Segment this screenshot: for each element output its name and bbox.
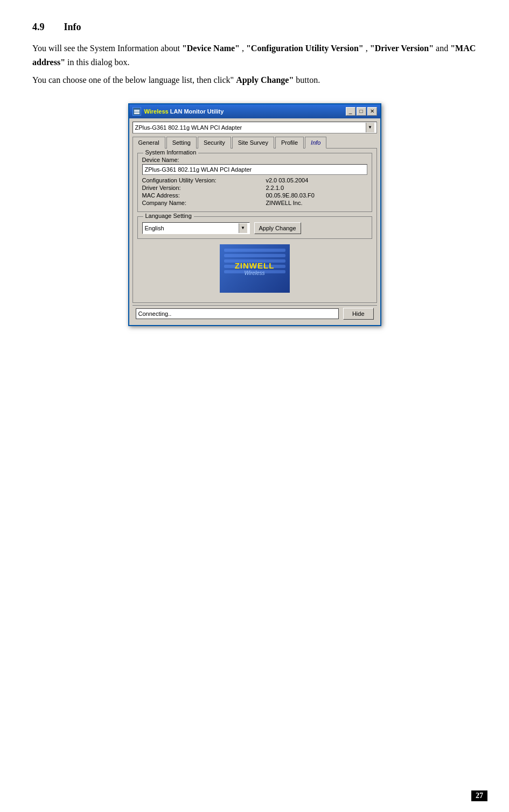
apply-change-button[interactable]: Apply Change (254, 222, 301, 234)
language-dropdown-arrow-icon: ▼ (239, 223, 247, 233)
stripe-2 (224, 254, 285, 257)
tab-security[interactable]: Security (198, 137, 231, 149)
tab-general[interactable]: General (133, 137, 165, 149)
device-dropdown-value: ZPlus-G361 802.11g WLAN PCI Adapter (135, 124, 242, 131)
language-selected-value: English (145, 225, 164, 231)
paragraph-1: You will see the System Information abou… (32, 41, 477, 69)
tabs-row: General Setting Security Site Survey Pro… (133, 137, 377, 149)
logo-brand-text: ZINWELL (235, 261, 275, 270)
mac-label: MAC Address: (142, 192, 266, 199)
svg-rect-1 (134, 110, 140, 111)
bold-apply-change: Apply Change" (236, 75, 294, 84)
mac-value: 00.05.9E.80.03.F0 (266, 192, 315, 199)
bold-driver-version: "Driver Version" (370, 44, 434, 53)
paragraph-2: You can choose one of the below language… (32, 73, 477, 87)
driver-version-value: 2.2.1.0 (266, 185, 284, 191)
section-title: Info (64, 22, 81, 32)
company-value: ZINWELL Inc. (266, 200, 302, 206)
tab-info[interactable]: Info (305, 137, 326, 149)
title-bar-left: Wireless LAN Monitor Utility (133, 107, 224, 116)
mac-row: MAC Address: 00.05.9E.80.03.F0 (142, 192, 367, 199)
tab-content: System Information Device Name: ZPlus-G3… (133, 148, 377, 303)
tab-site-survey[interactable]: Site Survey (232, 137, 274, 149)
device-name-value: ZPlus-G361 802.11g WLAN PCI Adapter (145, 166, 252, 173)
config-version-row: Configuration Utility Version: v2.0 03.0… (142, 177, 367, 183)
title-text: Wireless LAN Monitor Utility (144, 108, 224, 115)
dropdown-arrow-icon: ▼ (366, 123, 374, 132)
section-number: 4.9 (32, 22, 45, 32)
section-header: 4.9 Info (32, 22, 477, 33)
status-bar: Connecting.. Hide (133, 305, 377, 322)
dialog-wrapper: Wireless LAN Monitor Utility _ □ ✕ ZPlus… (32, 103, 477, 326)
svg-rect-2 (134, 111, 140, 112)
page-content: 4.9 Info You will see the System Informa… (0, 0, 509, 358)
stripe-1 (224, 249, 285, 252)
config-version-value: v2.0 03.05.2004 (266, 177, 308, 183)
logo-sub-text: Wireless (244, 270, 264, 276)
minimize-button[interactable]: _ (346, 107, 355, 116)
close-button[interactable]: ✕ (367, 107, 377, 116)
info-table: Device Name: (142, 157, 367, 163)
device-name-value-box: ZPlus-G361 802.11g WLAN PCI Adapter (142, 164, 367, 175)
system-info-group: System Information Device Name: ZPlus-G3… (137, 153, 372, 212)
system-info-label: System Information (143, 149, 199, 156)
restore-button[interactable]: □ (357, 107, 366, 116)
company-label: Company Name: (142, 200, 266, 206)
device-dropdown[interactable]: ZPlus-G361 802.11g WLAN PCI Adapter ▼ (133, 122, 377, 133)
dialog-body: ZPlus-G361 802.11g WLAN PCI Adapter ▼ Ge… (129, 118, 380, 325)
tab-setting[interactable]: Setting (166, 137, 197, 149)
tab-profile[interactable]: Profile (275, 137, 304, 149)
page-number: 27 (471, 790, 487, 801)
language-setting-group: Language Setting English ▼ Apply Change (137, 216, 372, 239)
language-row: English ▼ Apply Change (142, 222, 367, 234)
device-name-label: Device Name: (142, 157, 266, 163)
company-row: Company Name: ZINWELL Inc. (142, 200, 367, 206)
config-version-label: Configuration Utility Version: (142, 177, 266, 183)
driver-version-label: Driver Version: (142, 185, 266, 191)
app-icon (133, 107, 141, 116)
dialog-window: Wireless LAN Monitor Utility _ □ ✕ ZPlus… (128, 103, 381, 326)
info-details-table: Configuration Utility Version: v2.0 03.0… (142, 177, 367, 206)
title-bar: Wireless LAN Monitor Utility _ □ ✕ (129, 104, 380, 118)
device-select-row: ZPlus-G361 802.11g WLAN PCI Adapter ▼ (133, 122, 377, 133)
driver-version-row: Driver Version: 2.2.1.0 (142, 185, 367, 191)
svg-rect-3 (134, 113, 140, 114)
device-name-row: Device Name: (142, 157, 367, 163)
bold-config-version: "Configuration Utility Version" (246, 44, 364, 53)
language-setting-label: Language Setting (143, 213, 194, 219)
hide-button[interactable]: Hide (343, 308, 374, 320)
bold-device-name: "Device Name" (182, 44, 240, 53)
status-text: Connecting.. (136, 308, 339, 319)
title-bar-buttons: _ □ ✕ (346, 107, 377, 116)
zinwell-logo: ZINWELL Wireless (220, 244, 290, 293)
language-dropdown[interactable]: English ▼ (142, 222, 250, 234)
